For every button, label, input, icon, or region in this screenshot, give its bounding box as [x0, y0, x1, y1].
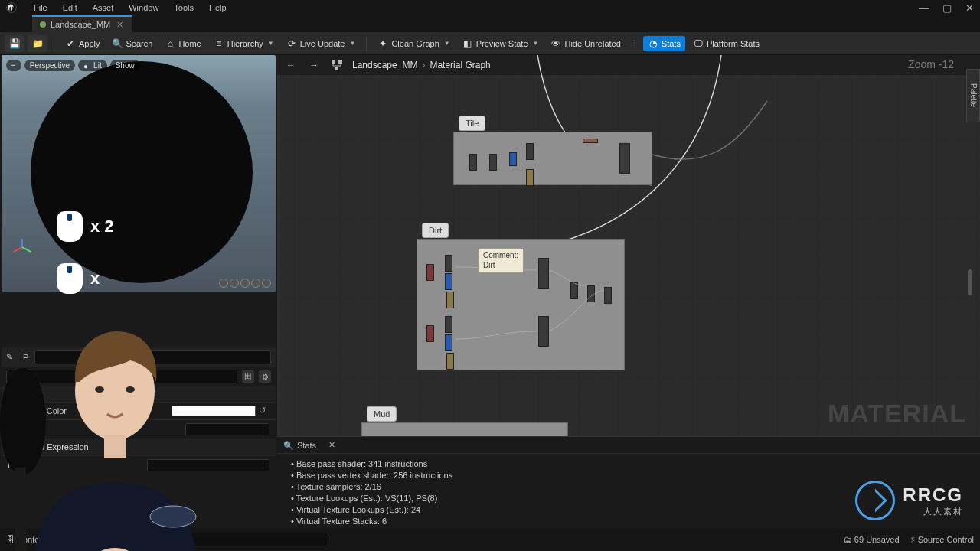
menu-tools[interactable]: Tools: [166, 3, 201, 12]
details-settings-icon[interactable]: ⚙: [259, 370, 271, 383]
material-expression-section[interactable]: ▾ Material Expression: [2, 439, 276, 455]
hierarchy-button[interactable]: ≡Hierarchy▼: [209, 36, 279, 51]
bottom-bar: 🗄 Content Drawer 🗂 69 Unsaved ⍩ Source C…: [0, 528, 980, 551]
stats-title: Stats: [297, 441, 316, 450]
content-drawer-button[interactable]: 🗄 Content Drawer: [6, 535, 76, 544]
menu-bar: File Edit Asset Window Tools Help — ▢ ✕: [0, 0, 980, 15]
perspective-label: Perspective: [30, 61, 70, 70]
lit-button[interactable]: ●Lit: [78, 60, 107, 71]
hide-label: Hide Unrelated: [564, 39, 620, 48]
live-update-button[interactable]: ⟳Live Update▼: [282, 36, 361, 51]
source-control-label: Source Control: [918, 535, 974, 544]
unsaved-indicator[interactable]: 🗂 69 Unsaved: [844, 535, 900, 544]
save-button[interactable]: 💾: [5, 35, 24, 52]
folder-icon: 📁: [32, 38, 43, 49]
home-icon: ⌂: [165, 38, 175, 49]
browse-button[interactable]: 📁: [28, 35, 47, 52]
pencil-icon[interactable]: ✎: [6, 352, 17, 363]
mouse-left-icon: [57, 211, 83, 242]
search-label: Search: [126, 39, 153, 48]
details-filter-icon[interactable]: 田: [242, 370, 254, 383]
eye-off-icon: 👁: [550, 38, 561, 49]
svg-line-2: [22, 247, 31, 252]
viewport-menu-button[interactable]: ≡: [6, 60, 21, 71]
desc-input[interactable]: [147, 459, 270, 471]
stats-label: Stats: [662, 39, 681, 48]
minimize-icon[interactable]: —: [916, 2, 932, 14]
menu-window[interactable]: Window: [121, 3, 166, 12]
close-icon[interactable]: ✕: [962, 2, 977, 14]
shape-cylinder-icon[interactable]: [219, 279, 228, 288]
material-graph[interactable]: ← → Landscape_MM › Material Graph Zoom -…: [277, 55, 980, 436]
shape-plane-icon[interactable]: [240, 279, 250, 288]
stats-body: Base pass shader: 341 instructions Base …: [277, 454, 980, 532]
material-viewport[interactable]: ≡ Perspective ●Lit Show: [2, 55, 276, 292]
stats-line: Texture Lookups (Est.): VS(11), PS(8): [291, 493, 966, 504]
comment-tile[interactable]: Tile: [453, 132, 652, 185]
search-icon: 🔍: [113, 38, 123, 49]
tab-close-icon[interactable]: ✕: [115, 20, 125, 30]
stats-tab[interactable]: 🔍 Stats ✕: [277, 437, 980, 454]
shape-cube-icon[interactable]: [251, 279, 260, 288]
axis-gizmo-icon: [12, 237, 32, 257]
cube-icon: ◧: [462, 38, 473, 49]
main-toolbar: 💾 📁 ✔Apply 🔍Search ⌂Home ≡Hierarchy▼ ⟳Li…: [0, 32, 980, 55]
clean-graph-button[interactable]: ✦Clean Graph▼: [373, 36, 454, 51]
stats-button[interactable]: ◔Stats: [643, 36, 685, 51]
stats-line: Base pass vertex shader: 256 instruction…: [291, 470, 966, 481]
font-size-input[interactable]: [185, 423, 270, 435]
menu-file[interactable]: File: [26, 3, 55, 12]
command-input[interactable]: [129, 533, 328, 546]
chevron-down-icon: ▼: [349, 40, 355, 47]
toolbar-sep: [54, 37, 54, 51]
graph-watermark: MATERIAL: [828, 399, 966, 429]
desc-label: Desc: [8, 461, 27, 470]
details-name-input[interactable]: [34, 350, 271, 364]
bulb-icon: ●: [83, 62, 91, 70]
shape-sphere-icon[interactable]: [230, 279, 239, 288]
home-button[interactable]: ⌂Home: [160, 36, 205, 51]
mouse-click-overlay: x 2 x: [57, 211, 114, 294]
toolbar-dots-icon[interactable]: ⋮: [630, 38, 639, 48]
platform-label: Platform Stats: [707, 39, 760, 48]
shape-custom-icon[interactable]: [262, 279, 271, 288]
graph-scrollbar[interactable]: [968, 269, 972, 295]
svg-line-3: [14, 247, 22, 252]
perspective-button[interactable]: Perspective: [24, 60, 75, 71]
search-button[interactable]: 🔍Search: [108, 36, 158, 51]
menu-help[interactable]: Help: [201, 3, 234, 12]
source-control-button[interactable]: ⍩ Source Control: [910, 535, 974, 544]
monitor-icon: 🖵: [693, 38, 704, 49]
refresh-icon: ⟳: [286, 38, 297, 49]
preview-state-button[interactable]: ◧Preview State▼: [458, 36, 544, 51]
comment-mud[interactable]: Mud: [361, 422, 568, 436]
platform-stats-button[interactable]: 🖵Platform Stats: [688, 36, 764, 51]
reset-arrow-icon[interactable]: ↺: [259, 406, 270, 416]
click-count-1: x 2: [90, 217, 114, 236]
save-icon: 💾: [9, 38, 20, 49]
brush-icon: ✦: [377, 38, 388, 49]
details-comment-section[interactable]: mment: [2, 386, 276, 402]
menu-edit[interactable]: Edit: [55, 3, 85, 12]
material-expr-label: Material Expression: [15, 442, 89, 452]
apply-button[interactable]: ✔Apply: [60, 36, 105, 51]
details-search-input[interactable]: [6, 370, 237, 383]
menu-asset[interactable]: Asset: [85, 3, 122, 12]
show-button[interactable]: Show: [110, 60, 140, 71]
stats-close-icon[interactable]: ✕: [328, 440, 335, 450]
lit-label: Lit: [93, 61, 102, 70]
show-label: Show: [116, 61, 135, 70]
details-search-row: 田 ⚙: [2, 367, 276, 386]
comment-mud-label[interactable]: Mud: [367, 406, 397, 422]
tooltip-comment-dirt: Comment: Dirt: [478, 248, 524, 273]
live-update-label: Live Update: [300, 39, 345, 48]
comment-tile-label[interactable]: Tile: [459, 116, 485, 131]
hierarchy-label: Hierarchy: [227, 39, 263, 48]
stats-panel: 🔍 Stats ✕ Base pass shader: 341 instruct…: [277, 436, 980, 528]
comment-dirt-label[interactable]: Dirt: [422, 223, 449, 238]
chevron-down-icon: ▼: [268, 40, 274, 47]
hide-unrelated-button[interactable]: 👁Hide Unrelated: [546, 36, 625, 51]
comment-color-swatch[interactable]: [172, 406, 256, 416]
maximize-icon[interactable]: ▢: [939, 2, 955, 14]
tab-landscape-mm[interactable]: Landscape_MM ✕: [32, 15, 132, 32]
